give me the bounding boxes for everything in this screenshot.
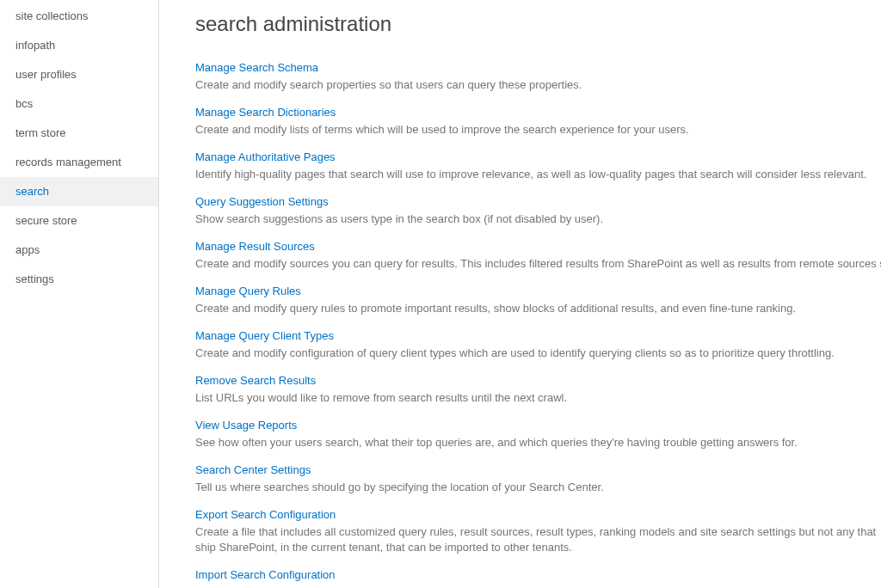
admin-item: Export Search ConfigurationCreate a file…: [195, 507, 881, 555]
admin-item-desc: Show search suggestions as users type in…: [195, 211, 881, 227]
admin-item: Manage Query Client TypesCreate and modi…: [195, 328, 881, 361]
admin-item-link[interactable]: Search Center Settings: [195, 462, 881, 478]
admin-item: Search Center SettingsTell us where sear…: [195, 462, 881, 495]
admin-item-link[interactable]: Manage Result Sources: [195, 239, 881, 254]
admin-item: Remove Search ResultsList URLs you would…: [195, 373, 881, 406]
sidebar: site collectionsinfopathuser profilesbcs…: [0, 0, 159, 588]
admin-items-list: Manage Search SchemaCreate and modify se…: [195, 60, 881, 588]
admin-item-link[interactable]: Manage Authoritative Pages: [195, 150, 881, 165]
admin-item-desc: Create and modify sources you can query …: [195, 256, 881, 272]
sidebar-item-bcs[interactable]: bcs: [0, 89, 158, 119]
admin-item-desc: Create a file that includes all customiz…: [195, 524, 881, 555]
admin-item-desc: Create and modify query rules to promote…: [195, 301, 881, 316]
main-content: search administration Manage Search Sche…: [159, 0, 881, 588]
sidebar-item-infopath[interactable]: infopath: [0, 31, 158, 60]
admin-item: Manage Search SchemaCreate and modify se…: [195, 60, 881, 93]
sidebar-item-site-collections[interactable]: site collections: [0, 2, 158, 31]
admin-item-link[interactable]: Query Suggestion Settings: [195, 194, 881, 210]
admin-item: Manage Search DictionariesCreate and mod…: [195, 105, 881, 138]
admin-item-desc: Import a search configuration file.: [195, 585, 881, 588]
admin-item-desc: See how often your users search, what th…: [195, 435, 881, 450]
sidebar-item-search[interactable]: search: [0, 177, 158, 206]
admin-item: Manage Authoritative PagesIdentify high-…: [195, 150, 881, 182]
admin-item: Query Suggestion SettingsShow search sug…: [195, 194, 881, 227]
admin-item-link[interactable]: Export Search Configuration: [195, 507, 881, 523]
admin-item-link[interactable]: Manage Query Rules: [195, 284, 881, 299]
admin-item: Manage Result SourcesCreate and modify s…: [195, 239, 881, 272]
admin-item-link[interactable]: Manage Query Client Types: [195, 328, 881, 344]
admin-item: View Usage ReportsSee how often your use…: [195, 418, 881, 450]
admin-item-link[interactable]: Remove Search Results: [195, 373, 881, 389]
sidebar-item-apps[interactable]: apps: [0, 236, 158, 265]
sidebar-item-records-management[interactable]: records management: [0, 148, 158, 177]
admin-item-desc: Create and modify configuration of query…: [195, 346, 881, 361]
sidebar-item-user-profiles[interactable]: user profiles: [0, 60, 158, 89]
admin-item-desc: List URLs you would like to remove from …: [195, 390, 881, 406]
admin-item-desc: Create and modify lists of terms which w…: [195, 122, 881, 138]
admin-item-desc: Identify high-quality pages that search …: [195, 167, 881, 182]
admin-item-desc: Create and modify search properties so t…: [195, 77, 881, 93]
admin-item: Import Search ConfigurationImport a sear…: [195, 567, 881, 588]
admin-item-link[interactable]: Manage Search Dictionaries: [195, 105, 881, 120]
admin-item-link[interactable]: Import Search Configuration: [195, 567, 881, 583]
admin-item-link[interactable]: View Usage Reports: [195, 418, 881, 433]
sidebar-item-settings[interactable]: settings: [0, 265, 158, 294]
page-title: search administration: [195, 12, 881, 36]
admin-item-desc: Tell us where searches should go by spec…: [195, 480, 881, 495]
sidebar-item-term-store[interactable]: term store: [0, 119, 158, 148]
admin-item: Manage Query RulesCreate and modify quer…: [195, 284, 881, 316]
sidebar-item-secure-store[interactable]: secure store: [0, 206, 158, 236]
admin-item-link[interactable]: Manage Search Schema: [195, 60, 881, 76]
